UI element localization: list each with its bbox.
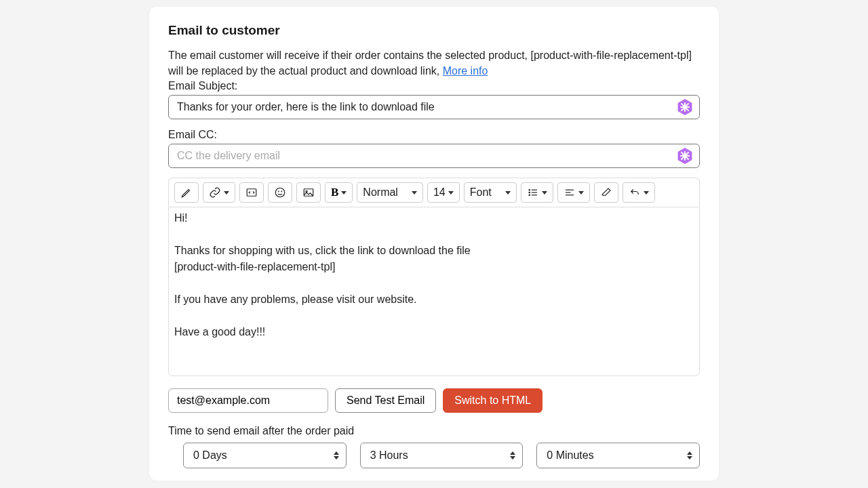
bold-icon: B	[331, 186, 338, 199]
bold-button[interactable]: B	[325, 182, 353, 203]
chevron-down-icon	[578, 191, 584, 195]
code-block-icon	[245, 186, 258, 199]
font-family-select[interactable]: Font	[464, 182, 517, 203]
email-to-customer-card: Email to customer The email customer wil…	[149, 7, 719, 481]
switch-html-button[interactable]: Switch to HTML	[443, 388, 542, 413]
clear-format-button[interactable]	[594, 182, 618, 203]
list-button[interactable]	[521, 182, 553, 203]
image-icon	[302, 186, 315, 199]
minutes-value: 0 Minutes	[547, 449, 593, 462]
list-icon	[527, 186, 539, 199]
subject-input[interactable]	[168, 95, 700, 119]
chevron-down-icon	[542, 191, 547, 195]
chevron-down-icon	[448, 191, 454, 195]
select-caret-icon	[334, 451, 339, 460]
ai-assist-icon[interactable]	[675, 98, 694, 117]
editor-toolbar: B Normal 14 Font	[168, 178, 700, 207]
schedule-row: 0 Days 3 Hours 0 Minutes	[168, 443, 700, 468]
chevron-down-icon	[644, 191, 649, 195]
days-value: 0 Days	[193, 449, 227, 462]
subject-field-wrap	[168, 95, 700, 119]
align-icon	[564, 186, 576, 199]
svg-point-17	[529, 192, 530, 194]
test-actions-row: Send Test Email Switch to HTML	[168, 388, 700, 413]
undo-button[interactable]	[623, 182, 655, 203]
chevron-down-icon	[224, 191, 229, 195]
eraser-icon	[600, 186, 612, 199]
email-body-editor[interactable]: Hi! Thanks for shopping with us, click t…	[168, 207, 700, 376]
ai-assist-icon[interactable]	[675, 146, 694, 165]
pencil-icon	[180, 186, 193, 199]
chevron-down-icon	[505, 191, 511, 195]
days-select[interactable]: 0 Days	[183, 443, 347, 468]
edit-tool-button[interactable]	[174, 182, 199, 203]
hours-value: 3 Hours	[370, 449, 408, 462]
svg-point-16	[529, 190, 530, 191]
cc-label: Email CC:	[168, 129, 700, 141]
cc-input[interactable]	[168, 144, 700, 168]
card-title: Email to customer	[168, 23, 700, 38]
image-button[interactable]	[296, 182, 321, 203]
svg-point-12	[278, 192, 279, 192]
svg-rect-10	[247, 189, 256, 197]
emoji-icon	[274, 186, 286, 199]
email-body-content: Hi! Thanks for shopping with us, click t…	[174, 210, 694, 340]
chevron-down-icon	[412, 191, 417, 195]
send-test-button[interactable]: Send Test Email	[335, 388, 436, 413]
cc-field-wrap	[168, 144, 700, 168]
link-icon	[209, 186, 221, 199]
select-caret-icon	[687, 451, 692, 460]
chevron-down-icon	[341, 191, 347, 195]
paragraph-style-select[interactable]: Normal	[357, 182, 423, 203]
undo-icon	[629, 186, 641, 199]
svg-point-11	[275, 188, 285, 198]
card-description: The email customer will receive if their…	[168, 47, 700, 79]
select-caret-icon	[510, 451, 515, 460]
description-text: The email customer will receive if their…	[168, 49, 692, 77]
link-tool-button[interactable]	[203, 182, 235, 203]
test-email-input[interactable]	[168, 388, 328, 413]
paragraph-style-value: Normal	[363, 186, 398, 199]
minutes-select[interactable]: 0 Minutes	[536, 443, 700, 468]
more-info-link[interactable]: More info	[443, 65, 488, 77]
font-family-value: Font	[470, 186, 492, 199]
subject-label: Email Subject:	[168, 80, 700, 92]
svg-point-13	[281, 192, 282, 192]
code-block-button[interactable]	[239, 182, 264, 203]
schedule-label: Time to send email after the order paid	[168, 425, 700, 437]
hours-select[interactable]: 3 Hours	[360, 443, 524, 468]
emoji-button[interactable]	[268, 182, 292, 203]
font-size-select[interactable]: 14	[427, 182, 460, 203]
font-size-value: 14	[433, 186, 446, 199]
svg-point-18	[529, 195, 530, 196]
align-button[interactable]	[557, 182, 590, 203]
